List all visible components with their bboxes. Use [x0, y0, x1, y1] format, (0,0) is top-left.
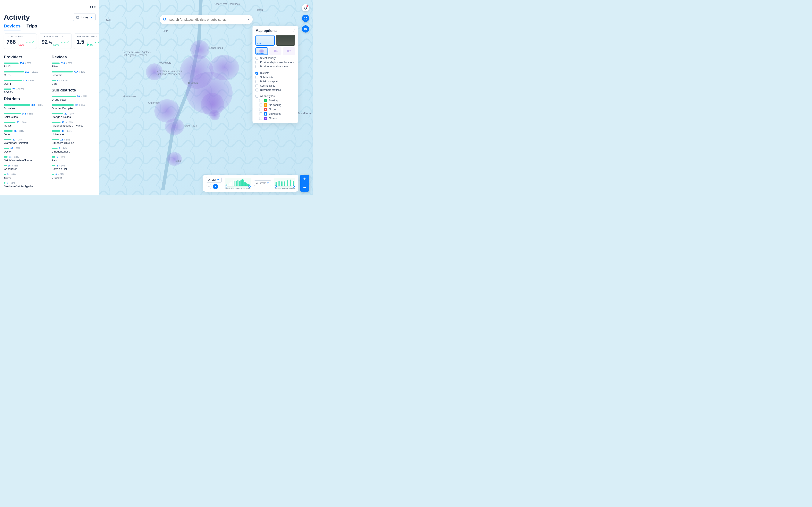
time-day-dropdown[interactable]: All day [206, 177, 221, 182]
map-style-satellite[interactable] [276, 35, 295, 46]
list-item-count: 50 [13, 138, 15, 141]
play-button[interactable] [213, 184, 218, 189]
time-day-label: All day [208, 178, 216, 181]
list-item[interactable]: 9 ↑ 38% Evere [4, 173, 48, 179]
checkbox-icon [259, 117, 262, 120]
list-item[interactable]: 15 ↑ 38% Ganshoren [4, 164, 48, 170]
map-view-heatmap[interactable]: Heatmap [255, 47, 268, 55]
list-item[interactable]: 42 + 12,5 Quartier Européen [52, 104, 96, 110]
map-view-hex[interactable] [269, 47, 282, 55]
map-canvas[interactable]: Neder-Over-HeembeekHarenZellikJetteBerch… [99, 0, 313, 195]
focus-button[interactable] [302, 15, 309, 22]
list-item-count: 154 [20, 62, 24, 64]
visibility-button[interactable] [302, 25, 309, 33]
list-item[interactable]: 5 ↑ 24% Porte de Hal [52, 164, 96, 170]
map-style-plan[interactable]: Plan [255, 35, 275, 46]
checkbox-row[interactable]: Provider deployment hotspots [255, 61, 295, 64]
list-item[interactable]: 15 + 12,5% Anderlecht centre - wayez [52, 121, 96, 127]
list-item[interactable]: 5 ↑ 38% Berchem-Sainte-Agathe [4, 182, 48, 188]
chevron-down-icon [90, 17, 92, 18]
checkbox-row[interactable]: Subdistricts [255, 76, 295, 79]
rule-label: Low speed [269, 112, 281, 115]
rule-row[interactable]: ⦰No parking [255, 103, 295, 107]
list-item[interactable]: 356 ↑ 38% Bruxelles [4, 104, 48, 110]
bar-icon [4, 174, 6, 175]
hourly-histogram[interactable]: 12PM6AM12AM6PM12AM [224, 178, 251, 189]
list-item[interactable]: 50 ↑ 24% Grand place [52, 95, 96, 101]
date-range-dropdown[interactable]: today [73, 13, 96, 21]
tab-devices[interactable]: Devices [4, 23, 20, 31]
notifications-button[interactable] [302, 4, 309, 11]
zoom-in-button[interactable]: + [300, 175, 309, 183]
rule-row[interactable]: ✕No go [255, 108, 295, 111]
list-item-delta: + 12,5 [79, 104, 85, 106]
map-search-input[interactable] [169, 18, 245, 21]
list-item-name: Etangs d'Ixelles [52, 115, 96, 118]
zoom-out-button[interactable]: − [300, 183, 309, 191]
more-button[interactable] [90, 6, 96, 8]
list-item-count: 3 [55, 173, 57, 176]
list-item[interactable]: 318 ↑ 24% DOTT [4, 79, 48, 86]
list-item-name: Université [52, 133, 96, 136]
list-item[interactable]: 313 + 38% Bikes [52, 62, 96, 68]
list-item[interactable]: 24 ↑ 38% Saint-Josse-ten-Noode [4, 156, 48, 162]
list-item[interactable]: 65 ↑ 38% Jette [4, 130, 48, 136]
rule-row[interactable]: PParking [255, 99, 295, 102]
list-item-count: 210 [25, 70, 29, 73]
kpi-card[interactable]: TOTAL DEVICES 768 ↓ 14,4% [4, 34, 37, 49]
checkbox-row[interactable]: Cycling lanes [255, 84, 295, 87]
list-item[interactable]: 75 + 12,5% POPPY [4, 88, 48, 94]
list-item[interactable]: 50 ↑ 38% Watermael-Boitsfort [4, 138, 48, 145]
list-item[interactable]: 70 ↑ 38% Ixelles [4, 121, 48, 127]
kpi-label: TOTAL DEVICES [7, 36, 34, 38]
checkbox-row[interactable]: Street density [255, 57, 295, 60]
sidebar: Activity today Devices Trips TOTAL DEVIC… [0, 0, 99, 195]
list-item-name: CIRC [4, 73, 48, 77]
rewind-button[interactable] [206, 184, 211, 189]
list-item[interactable]: 12 ↑ 24% Cimetière d'Ixelles [52, 138, 96, 145]
list-item[interactable]: 210 ↓ 29,8% CIRC [4, 70, 48, 77]
menu-button[interactable] [4, 5, 10, 9]
list-item[interactable]: 20 + 38% Etangs d'Ixelles [52, 112, 96, 118]
list-item[interactable]: 15 ↑ 24% Université [52, 130, 96, 136]
list-item-name: Scooters [52, 73, 96, 77]
map-search[interactable] [160, 15, 253, 24]
checkbox-row[interactable]: Provider operation zones [255, 65, 295, 68]
list-item-count: 9 [59, 147, 60, 150]
list-item[interactable]: 5 ↑ 24% Paix [52, 156, 96, 162]
time-week-dropdown[interactable]: All week [254, 180, 271, 186]
rules-all[interactable]: All rule types [255, 95, 295, 98]
bar-icon [52, 130, 60, 131]
list-item-name: Berchem-Sainte-Agathe [4, 185, 48, 188]
expand-button[interactable] [293, 29, 296, 33]
list-item[interactable]: 417 ↑ 10% Scooters [52, 70, 96, 77]
checkbox-label: Subdistricts [260, 76, 273, 79]
checkbox-row[interactable]: Public transport [255, 80, 295, 83]
checkbox-icon [255, 89, 258, 92]
list-item[interactable]: 9 ↑ 24% Cinquantenaire [52, 147, 96, 153]
weekly-histogram[interactable]: MonTueWedThuFriSatSun [274, 178, 295, 189]
rule-row[interactable]: ⟱Low speed [255, 112, 295, 116]
kpi-card[interactable]: FLEET AVAILABILITY 92% ↑ 28,1% [39, 34, 72, 49]
list-item[interactable]: 35 ↑ 38% Uccle [4, 147, 48, 153]
list-item[interactable]: 52 ↓ 9,3% Cars [52, 79, 96, 86]
list-item-delta: ↑ 38% [9, 182, 15, 184]
map-view-bubble[interactable] [283, 47, 295, 55]
list-item[interactable]: 3 ↑ 24% Chatelain [52, 173, 96, 179]
list-item-count: 24 [9, 156, 11, 158]
time-bar: All day 12PM6AM12AM6PM12AM All week MonT… [203, 175, 298, 191]
tab-trips[interactable]: Trips [27, 23, 37, 31]
list-item-delta: ↑ 24% [65, 130, 71, 132]
tabs: Devices Trips [4, 23, 96, 31]
list-item-delta: ↑ 10% [79, 71, 85, 73]
checkbox-row[interactable]: Districts [255, 72, 295, 74]
svg-rect-0 [77, 16, 79, 18]
kpi-card[interactable]: VEHICLE ROTATION 1.5 ↑ 15,9% [74, 34, 99, 49]
section-devices: Devices [52, 55, 96, 59]
checkbox-icon [255, 84, 258, 87]
list-item[interactable]: 142 ↑ 38% Saint Gilles [4, 112, 48, 118]
list-item-name: Grand place [52, 98, 96, 101]
checkbox-row[interactable]: Bikeshare stations [255, 89, 295, 92]
list-item[interactable]: 154 + 38% BILLY [4, 62, 48, 68]
rule-row[interactable]: ⋯Others [255, 117, 295, 120]
